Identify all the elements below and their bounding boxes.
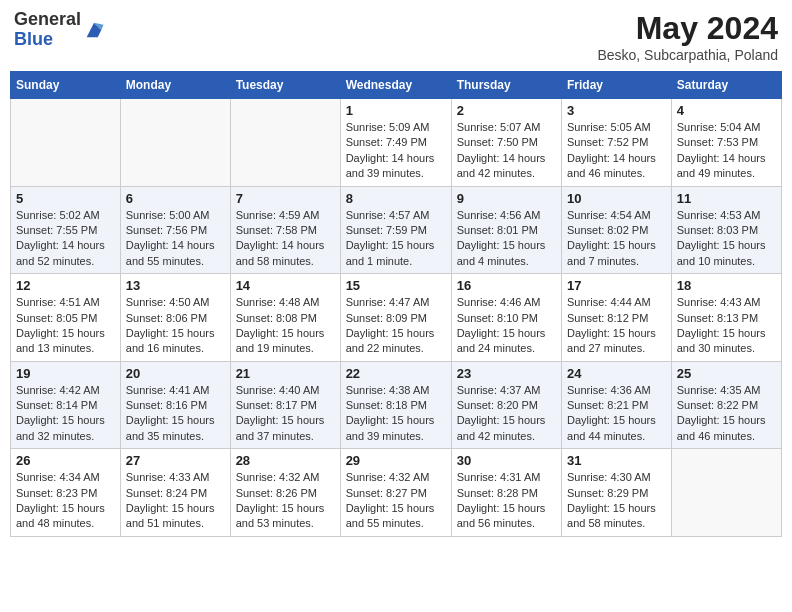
day-number: 26 bbox=[16, 453, 115, 468]
calendar-cell: 12Sunrise: 4:51 AM Sunset: 8:05 PM Dayli… bbox=[11, 274, 121, 362]
weekday-header-row: SundayMondayTuesdayWednesdayThursdayFrid… bbox=[11, 72, 782, 99]
calendar-cell: 13Sunrise: 4:50 AM Sunset: 8:06 PM Dayli… bbox=[120, 274, 230, 362]
calendar-cell: 10Sunrise: 4:54 AM Sunset: 8:02 PM Dayli… bbox=[562, 186, 672, 274]
day-info: Sunrise: 4:53 AM Sunset: 8:03 PM Dayligh… bbox=[677, 208, 776, 270]
calendar-cell: 14Sunrise: 4:48 AM Sunset: 8:08 PM Dayli… bbox=[230, 274, 340, 362]
day-info: Sunrise: 4:36 AM Sunset: 8:21 PM Dayligh… bbox=[567, 383, 666, 445]
day-number: 27 bbox=[126, 453, 225, 468]
day-info: Sunrise: 5:09 AM Sunset: 7:49 PM Dayligh… bbox=[346, 120, 446, 182]
calendar-cell: 16Sunrise: 4:46 AM Sunset: 8:10 PM Dayli… bbox=[451, 274, 561, 362]
calendar-cell: 18Sunrise: 4:43 AM Sunset: 8:13 PM Dayli… bbox=[671, 274, 781, 362]
calendar-cell: 3Sunrise: 5:05 AM Sunset: 7:52 PM Daylig… bbox=[562, 99, 672, 187]
day-number: 2 bbox=[457, 103, 556, 118]
logo-icon bbox=[83, 19, 105, 41]
calendar-cell: 22Sunrise: 4:38 AM Sunset: 8:18 PM Dayli… bbox=[340, 361, 451, 449]
calendar-cell: 29Sunrise: 4:32 AM Sunset: 8:27 PM Dayli… bbox=[340, 449, 451, 537]
day-info: Sunrise: 4:34 AM Sunset: 8:23 PM Dayligh… bbox=[16, 470, 115, 532]
weekday-header-sunday: Sunday bbox=[11, 72, 121, 99]
page-header: General Blue May 2024 Besko, Subcarpathi… bbox=[10, 10, 782, 63]
calendar-cell: 20Sunrise: 4:41 AM Sunset: 8:16 PM Dayli… bbox=[120, 361, 230, 449]
day-number: 8 bbox=[346, 191, 446, 206]
day-info: Sunrise: 4:32 AM Sunset: 8:26 PM Dayligh… bbox=[236, 470, 335, 532]
day-number: 14 bbox=[236, 278, 335, 293]
calendar-week-row: 1Sunrise: 5:09 AM Sunset: 7:49 PM Daylig… bbox=[11, 99, 782, 187]
weekday-header-saturday: Saturday bbox=[671, 72, 781, 99]
day-number: 16 bbox=[457, 278, 556, 293]
calendar-cell: 5Sunrise: 5:02 AM Sunset: 7:55 PM Daylig… bbox=[11, 186, 121, 274]
day-info: Sunrise: 4:56 AM Sunset: 8:01 PM Dayligh… bbox=[457, 208, 556, 270]
day-number: 15 bbox=[346, 278, 446, 293]
calendar-cell: 30Sunrise: 4:31 AM Sunset: 8:28 PM Dayli… bbox=[451, 449, 561, 537]
calendar-cell: 11Sunrise: 4:53 AM Sunset: 8:03 PM Dayli… bbox=[671, 186, 781, 274]
month-year: May 2024 bbox=[597, 10, 778, 47]
day-info: Sunrise: 5:02 AM Sunset: 7:55 PM Dayligh… bbox=[16, 208, 115, 270]
day-number: 22 bbox=[346, 366, 446, 381]
day-info: Sunrise: 4:54 AM Sunset: 8:02 PM Dayligh… bbox=[567, 208, 666, 270]
day-info: Sunrise: 4:42 AM Sunset: 8:14 PM Dayligh… bbox=[16, 383, 115, 445]
weekday-header-tuesday: Tuesday bbox=[230, 72, 340, 99]
calendar-cell: 31Sunrise: 4:30 AM Sunset: 8:29 PM Dayli… bbox=[562, 449, 672, 537]
day-info: Sunrise: 4:50 AM Sunset: 8:06 PM Dayligh… bbox=[126, 295, 225, 357]
day-number: 20 bbox=[126, 366, 225, 381]
calendar-cell: 19Sunrise: 4:42 AM Sunset: 8:14 PM Dayli… bbox=[11, 361, 121, 449]
calendar-cell: 27Sunrise: 4:33 AM Sunset: 8:24 PM Dayli… bbox=[120, 449, 230, 537]
logo: General Blue bbox=[14, 10, 105, 50]
day-number: 23 bbox=[457, 366, 556, 381]
calendar-cell: 25Sunrise: 4:35 AM Sunset: 8:22 PM Dayli… bbox=[671, 361, 781, 449]
calendar-cell bbox=[230, 99, 340, 187]
day-number: 9 bbox=[457, 191, 556, 206]
day-number: 13 bbox=[126, 278, 225, 293]
day-info: Sunrise: 5:07 AM Sunset: 7:50 PM Dayligh… bbox=[457, 120, 556, 182]
day-number: 12 bbox=[16, 278, 115, 293]
day-number: 19 bbox=[16, 366, 115, 381]
day-number: 18 bbox=[677, 278, 776, 293]
day-number: 24 bbox=[567, 366, 666, 381]
location: Besko, Subcarpathia, Poland bbox=[597, 47, 778, 63]
calendar-week-row: 19Sunrise: 4:42 AM Sunset: 8:14 PM Dayli… bbox=[11, 361, 782, 449]
day-info: Sunrise: 4:43 AM Sunset: 8:13 PM Dayligh… bbox=[677, 295, 776, 357]
calendar-cell: 26Sunrise: 4:34 AM Sunset: 8:23 PM Dayli… bbox=[11, 449, 121, 537]
calendar-cell: 8Sunrise: 4:57 AM Sunset: 7:59 PM Daylig… bbox=[340, 186, 451, 274]
weekday-header-friday: Friday bbox=[562, 72, 672, 99]
calendar-table: SundayMondayTuesdayWednesdayThursdayFrid… bbox=[10, 71, 782, 537]
calendar-cell: 28Sunrise: 4:32 AM Sunset: 8:26 PM Dayli… bbox=[230, 449, 340, 537]
calendar-week-row: 5Sunrise: 5:02 AM Sunset: 7:55 PM Daylig… bbox=[11, 186, 782, 274]
day-number: 28 bbox=[236, 453, 335, 468]
day-number: 6 bbox=[126, 191, 225, 206]
calendar-cell bbox=[120, 99, 230, 187]
day-info: Sunrise: 4:46 AM Sunset: 8:10 PM Dayligh… bbox=[457, 295, 556, 357]
day-number: 5 bbox=[16, 191, 115, 206]
day-info: Sunrise: 4:48 AM Sunset: 8:08 PM Dayligh… bbox=[236, 295, 335, 357]
calendar-cell: 9Sunrise: 4:56 AM Sunset: 8:01 PM Daylig… bbox=[451, 186, 561, 274]
day-number: 21 bbox=[236, 366, 335, 381]
day-number: 4 bbox=[677, 103, 776, 118]
calendar-week-row: 12Sunrise: 4:51 AM Sunset: 8:05 PM Dayli… bbox=[11, 274, 782, 362]
day-number: 1 bbox=[346, 103, 446, 118]
day-number: 29 bbox=[346, 453, 446, 468]
calendar-cell bbox=[671, 449, 781, 537]
calendar-cell: 23Sunrise: 4:37 AM Sunset: 8:20 PM Dayli… bbox=[451, 361, 561, 449]
calendar-week-row: 26Sunrise: 4:34 AM Sunset: 8:23 PM Dayli… bbox=[11, 449, 782, 537]
title-section: May 2024 Besko, Subcarpathia, Poland bbox=[597, 10, 778, 63]
logo-blue: Blue bbox=[14, 30, 81, 50]
calendar-cell: 24Sunrise: 4:36 AM Sunset: 8:21 PM Dayli… bbox=[562, 361, 672, 449]
calendar-cell: 1Sunrise: 5:09 AM Sunset: 7:49 PM Daylig… bbox=[340, 99, 451, 187]
calendar-cell: 7Sunrise: 4:59 AM Sunset: 7:58 PM Daylig… bbox=[230, 186, 340, 274]
day-number: 11 bbox=[677, 191, 776, 206]
logo-general: General bbox=[14, 10, 81, 30]
day-info: Sunrise: 4:37 AM Sunset: 8:20 PM Dayligh… bbox=[457, 383, 556, 445]
day-info: Sunrise: 4:47 AM Sunset: 8:09 PM Dayligh… bbox=[346, 295, 446, 357]
day-number: 7 bbox=[236, 191, 335, 206]
day-info: Sunrise: 4:30 AM Sunset: 8:29 PM Dayligh… bbox=[567, 470, 666, 532]
calendar-cell bbox=[11, 99, 121, 187]
day-number: 30 bbox=[457, 453, 556, 468]
day-info: Sunrise: 5:05 AM Sunset: 7:52 PM Dayligh… bbox=[567, 120, 666, 182]
day-info: Sunrise: 4:33 AM Sunset: 8:24 PM Dayligh… bbox=[126, 470, 225, 532]
calendar-cell: 17Sunrise: 4:44 AM Sunset: 8:12 PM Dayli… bbox=[562, 274, 672, 362]
weekday-header-wednesday: Wednesday bbox=[340, 72, 451, 99]
day-info: Sunrise: 4:51 AM Sunset: 8:05 PM Dayligh… bbox=[16, 295, 115, 357]
day-number: 31 bbox=[567, 453, 666, 468]
day-info: Sunrise: 4:40 AM Sunset: 8:17 PM Dayligh… bbox=[236, 383, 335, 445]
day-info: Sunrise: 4:38 AM Sunset: 8:18 PM Dayligh… bbox=[346, 383, 446, 445]
day-number: 10 bbox=[567, 191, 666, 206]
